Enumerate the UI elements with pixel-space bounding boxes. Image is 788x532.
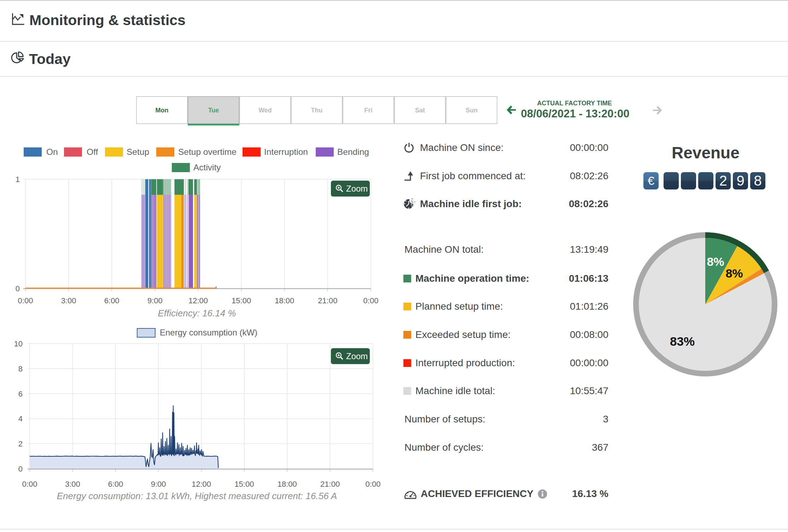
svg-text:0:00: 0:00 <box>22 480 37 489</box>
svg-text:4: 4 <box>18 414 23 423</box>
svg-text:3:00: 3:00 <box>65 480 80 489</box>
svg-text:6:00: 6:00 <box>108 480 123 489</box>
svg-text:0:00: 0:00 <box>366 480 381 489</box>
svg-text:6: 6 <box>18 390 23 398</box>
svg-text:10: 10 <box>14 339 23 348</box>
svg-text:0: 0 <box>18 464 23 473</box>
svg-text:2: 2 <box>18 439 23 448</box>
svg-text:12:00: 12:00 <box>192 480 211 489</box>
svg-text:8%: 8% <box>707 255 724 268</box>
svg-text:18:00: 18:00 <box>278 480 297 489</box>
svg-text:Z: Z <box>410 201 414 206</box>
svg-text:21:00: 21:00 <box>320 480 340 489</box>
svg-text:15:00: 15:00 <box>234 480 254 489</box>
svg-text:8: 8 <box>18 364 23 373</box>
svg-text:83%: 83% <box>670 334 695 348</box>
svg-text:9:00: 9:00 <box>151 480 166 489</box>
svg-text:8%: 8% <box>725 267 743 280</box>
svg-text:z: z <box>414 200 416 204</box>
